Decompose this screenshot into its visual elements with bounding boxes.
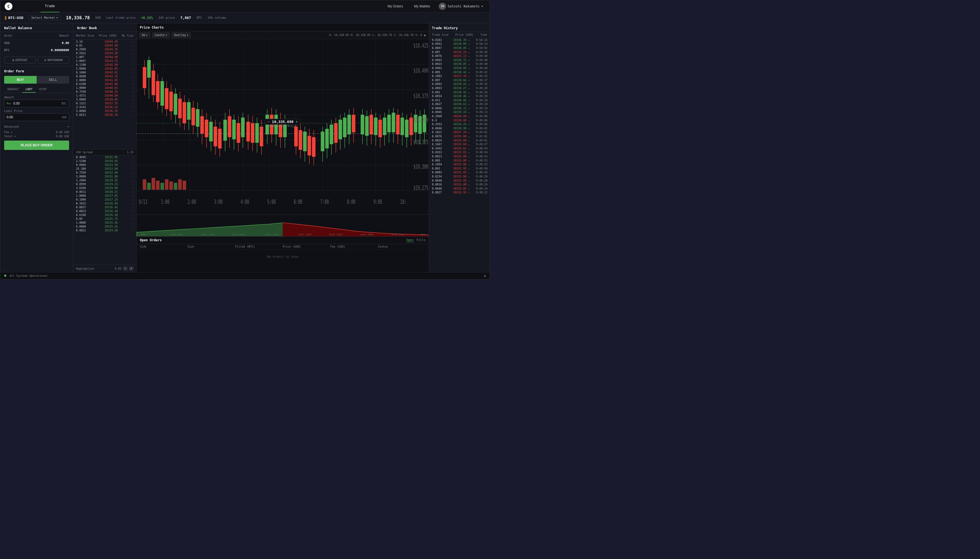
select-market-dropdown[interactable]: Select Market ▾ xyxy=(29,15,61,20)
timeframe-dropdown[interactable]: 5m ▾ xyxy=(139,33,150,38)
trade-history-row: 0.002410335.00 ↙9:49:01 xyxy=(429,138,490,142)
stop-order-tab[interactable]: STOP xyxy=(36,86,50,93)
chevron-down-icon: ▾ xyxy=(146,33,148,36)
order-book-ask-row[interactable]: 0.068810342.15- xyxy=(73,74,136,78)
app-logo[interactable]: C xyxy=(5,2,12,10)
order-book-bid-row[interactable]: 0.0510325.75- xyxy=(73,217,136,221)
order-book-bid-row[interactable]: 3.000010331.00- xyxy=(73,175,136,179)
svg-rect-30 xyxy=(169,92,173,111)
order-book-bid-row[interactable]: 3.026810329.00- xyxy=(73,186,136,190)
place-order-button[interactable]: PLACE BUY ORDER xyxy=(4,141,69,150)
order-book-ask-row[interactable]: 0.0110344.40- xyxy=(73,43,136,47)
svg-rect-122 xyxy=(392,113,395,132)
amount-input[interactable] xyxy=(11,100,62,107)
order-book-ask-row[interactable]: 0.592210344.30- xyxy=(73,51,136,55)
svg-text:$10,230: $10,230 xyxy=(201,233,214,235)
depth-chart-area: -300 $10,180 $10,230 $10,280 $10,330 $10… xyxy=(136,214,429,237)
order-book-ask-row[interactable]: 2.414110336.55- xyxy=(73,105,136,109)
order-book-bid-row[interactable]: 25.30010333.00- xyxy=(73,167,136,171)
my-wallets-button[interactable]: My Wallets xyxy=(410,3,434,10)
nav-tab-trade[interactable]: Trade xyxy=(40,0,59,12)
order-book-bid-row[interactable]: 0.616810326.30- xyxy=(73,213,136,217)
svg-text:9:00: 9:00 xyxy=(373,198,382,205)
order-book-asks: 3.1410344.45-0.0110344.40-0.299910344.35… xyxy=(73,40,136,149)
order-book-bid-row[interactable]: 0.759910332.90- xyxy=(73,171,136,175)
wallet-row-btc: BTC 0.00000000 xyxy=(0,47,73,54)
svg-text:300: 300 xyxy=(420,233,426,235)
trade-history-row: 0.010210336.78 ↗9:50:15 xyxy=(429,38,490,42)
aggregation-plus-button[interactable]: + xyxy=(129,266,134,271)
order-book-bid-row[interactable]: 6.000010325.25- xyxy=(73,225,136,228)
chart-type-dropdown[interactable]: Candle ▾ xyxy=(152,33,169,38)
order-book-ask-row[interactable]: 1.004710343.75- xyxy=(73,59,136,63)
order-book-ask-row[interactable]: 1.000010340.65- xyxy=(73,86,136,90)
user-menu[interactable]: SN Satoshi Nakamoto ▾ xyxy=(436,2,485,11)
svg-rect-20 xyxy=(147,60,151,78)
order-book-ask-row[interactable]: 3.000010336.35- xyxy=(73,109,136,113)
order-book-ask-row[interactable]: 0.759910340.35- xyxy=(73,90,136,94)
deposit-button[interactable]: ⊕ DEPOSIT xyxy=(4,57,35,64)
svg-rect-96 xyxy=(330,125,333,144)
order-book-ask-row[interactable]: 0.110010342.90- xyxy=(73,63,136,66)
order-book-bid-row[interactable]: 0.102210326.50- xyxy=(73,202,136,205)
limit-price-input[interactable] xyxy=(4,114,62,121)
logo-area: C xyxy=(5,2,40,10)
svg-rect-26 xyxy=(161,81,164,106)
order-book-bid-row[interactable]: 0.404510335.05- xyxy=(73,155,136,159)
svg-rect-88 xyxy=(307,136,311,155)
sell-tab[interactable]: SELL xyxy=(36,76,69,84)
price-charts-title: Price Charts xyxy=(136,23,429,31)
order-book-bid-row[interactable]: 0.002110324.50- xyxy=(73,228,136,232)
btc-icon: ₿ xyxy=(5,16,7,20)
volume-currency: BTC xyxy=(197,16,202,20)
order-book-ask-row[interactable]: 2.000010341.95- xyxy=(73,78,136,82)
order-book-ask-row[interactable]: 0.299910344.35- xyxy=(73,47,136,51)
order-book-aggregation: Aggregation 0.05 − + xyxy=(73,265,136,272)
order-book-bid-row[interactable]: 0.003710326.45- xyxy=(73,205,136,209)
order-book-ask-row[interactable]: 5.601110336.30- xyxy=(73,113,136,117)
order-book-bid-row[interactable]: 0.100010327.25- xyxy=(73,198,136,202)
aggregation-minus-button[interactable]: − xyxy=(123,266,128,271)
order-book-bid-row[interactable]: 0.001110328.15- xyxy=(73,190,136,194)
svg-text:$10,325: $10,325 xyxy=(413,139,428,146)
svg-rect-94 xyxy=(325,129,329,148)
order-book-bid-row[interactable]: 0.002310326.40- xyxy=(73,209,136,213)
order-book-ask-row[interactable]: 0.610010341.80- xyxy=(73,82,136,86)
aggregation-controls: 0.05 − + xyxy=(115,266,134,271)
trade-history-row: 0.035310333.01 ↙9:48:54 xyxy=(429,150,490,155)
total-row: Total = 0.00 USD xyxy=(4,134,69,138)
circle-minus-icon: ⊖ xyxy=(44,59,46,62)
buy-tab[interactable]: BUY xyxy=(4,76,36,84)
order-book-ask-row[interactable]: 3.000010339.85- xyxy=(73,98,136,101)
order-book-bid-row[interactable]: 2.510010334.95- xyxy=(73,159,136,163)
limit-order-tab[interactable]: LIMIT xyxy=(22,86,36,93)
chart-expand-icon[interactable]: ▶ xyxy=(424,33,426,37)
advanced-toggle[interactable]: Advanced ▾ xyxy=(4,123,69,130)
svg-text:6:00: 6:00 xyxy=(294,198,302,205)
gear-icon[interactable]: ⚙ xyxy=(484,274,486,278)
order-book-ask-row[interactable]: 0.100010342.65- xyxy=(73,70,136,74)
order-book-ask-row[interactable]: 1.437110340.00- xyxy=(73,94,136,98)
order-book-bid-row[interactable]: 1.290410329.35- xyxy=(73,179,136,182)
trade-history-row: 0.002710332.95 ↙9:48:22 xyxy=(429,191,490,195)
overlay-dropdown[interactable]: Overlay ▾ xyxy=(172,33,191,38)
order-book-ask-row[interactable]: 1.00710344.00- xyxy=(73,55,136,59)
order-book-bid-row[interactable]: 1.000010327.95- xyxy=(73,194,136,198)
order-book-ask-row[interactable]: 0.132110337.35- xyxy=(73,101,136,105)
my-orders-button[interactable]: My Orders xyxy=(383,3,408,10)
order-book-bid-row[interactable]: 0.099910329.25- xyxy=(73,182,136,186)
trade-history-row: 0.00510338.42 ↗9:49:42 xyxy=(429,70,490,74)
market-order-tab[interactable]: MARKET xyxy=(4,86,22,93)
wallet-amount-header: Amount xyxy=(59,34,69,37)
open-tab[interactable]: Open xyxy=(406,238,414,242)
svg-rect-146 xyxy=(182,181,186,190)
fills-tab[interactable]: Fills xyxy=(416,238,426,242)
amount-currency: BTC xyxy=(62,102,69,105)
wallet-row-usd: USD 0.00 xyxy=(0,40,73,47)
order-book-ask-row[interactable]: 3.1410344.45- xyxy=(73,40,136,43)
order-book-bid-row[interactable]: 0.098410333.50- xyxy=(73,163,136,167)
order-book-bid-row[interactable]: 1.000010325.45- xyxy=(73,221,136,225)
withdraw-button[interactable]: ⊖ WITHDRAW xyxy=(38,57,69,64)
max-button[interactable]: Max xyxy=(4,102,11,105)
order-book-ask-row[interactable]: 2.000010342.85- xyxy=(73,66,136,70)
